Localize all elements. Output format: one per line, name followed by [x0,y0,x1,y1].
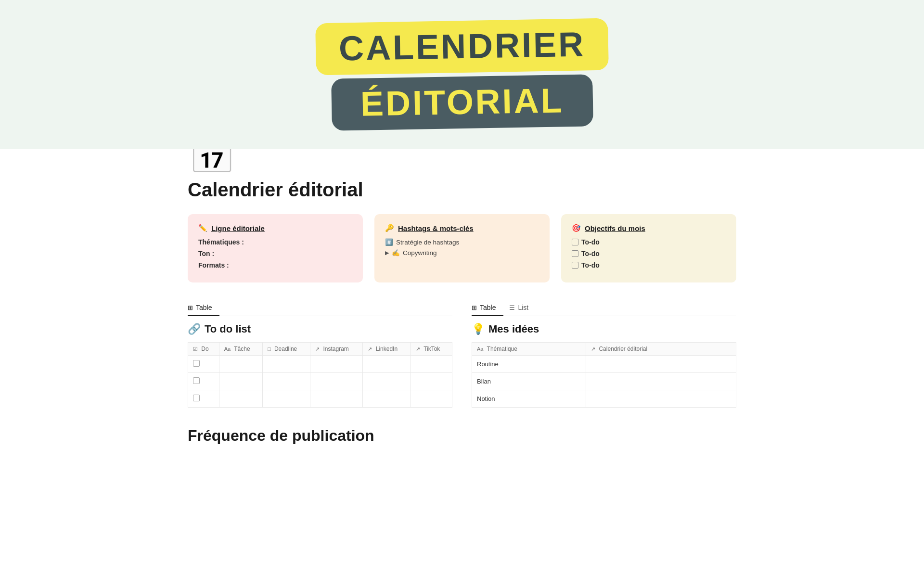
triangle-icon: ▶ [385,250,389,256]
cell-tt-1[interactable] [411,356,452,373]
card-link-1[interactable]: Ligne éditoriale [211,224,265,232]
hero-banner: CALENDRIER ÉDITORIAL [0,0,924,149]
card-item-thematiques: Thématiques : [198,238,352,246]
right-tab-bar: ⊞ Table ☰ List [472,300,736,316]
card-title-1: ✏️ Ligne éditoriale [198,224,352,232]
cell-li-3[interactable] [363,390,411,408]
checkbox-todo-1[interactable] [572,239,578,245]
cell-thematique-routine[interactable]: Routine [472,356,586,373]
cell-tt-2[interactable] [411,373,452,390]
cell-li-2[interactable] [363,373,411,390]
table-row: Routine [472,356,736,373]
cell-ig-2[interactable] [310,373,363,390]
cards-row: ✏️ Ligne éditoriale Thématiques : Ton : … [188,214,736,282]
card-sub-hashtag-strategy: #️⃣ Stratégie de hashtags [385,238,539,246]
row-checkbox-3[interactable] [193,395,200,401]
arrow-ig-icon: ↗ [315,346,320,352]
pencil-icon: ✏️ [198,224,207,232]
left-section-heading: 🔗 To do list [188,323,452,335]
bottom-heading: Fréquence de publication [188,427,736,445]
table-icon-left: ⊞ [188,304,193,311]
table-row: Bilan [472,373,736,390]
banner-bottom: ÉDITORIAL [331,74,593,130]
ideas-header-row: Aa Thématique ↗ Calendrier éditorial [472,343,736,356]
cal-th-icon: □ [268,346,271,352]
cell-tache-1[interactable] [219,356,262,373]
key-icon: 🔑 [385,224,394,232]
cell-tache-2[interactable] [219,373,262,390]
todo-table: ☑ Do Aa Tâche □ Deadline ↗ [188,342,452,408]
cell-deadline-3[interactable] [262,390,310,408]
cell-thematique-notion[interactable]: Notion [472,390,586,408]
card-todo-1: To-do [572,238,726,246]
table-icon-right: ⊞ [472,304,477,311]
hero-banner-inner: CALENDRIER ÉDITORIAL [316,21,608,128]
cell-li-1[interactable] [363,356,411,373]
card-objectifs: 🎯 Objectifs du mois To-do To-do To-do [561,214,736,282]
cell-deadline-2[interactable] [262,373,310,390]
link-icon: 🔗 [188,323,201,335]
tab-table-left[interactable]: ⊞ Table [188,300,219,316]
checkbox-todo-3[interactable] [572,262,578,269]
table-row: Notion [472,390,736,408]
text-th-icon: Aa [224,346,231,352]
col-tiktok: ↗ TikTok [411,343,452,356]
cell-tache-3[interactable] [219,390,262,408]
card-title-3: 🎯 Objectifs du mois [572,224,726,232]
card-todo-3: To-do [572,261,726,269]
card-link-2[interactable]: Hashtags & mots-clés [398,224,474,232]
arrow-li-icon: ↗ [368,346,372,352]
table-header-row: ☑ Do Aa Tâche □ Deadline ↗ [188,343,452,356]
cell-checkbox-1[interactable] [188,356,219,373]
tab-list-right[interactable]: ☰ List [509,300,536,316]
arrow-tt-icon: ↗ [416,346,420,352]
checkbox-todo-2[interactable] [572,250,578,257]
row-checkbox-1[interactable] [193,360,200,367]
col-thematique: Aa Thématique [472,343,586,356]
cell-ig-3[interactable] [310,390,363,408]
writing-icon: ✍️ [392,249,400,256]
target-icon: 🎯 [572,224,581,232]
banner-top-text: CALENDRIER [338,25,585,68]
page-content: 📅 Calendrier éditorial ✏️ Ligne éditoria… [149,135,775,474]
page-title: Calendrier éditorial [188,179,736,201]
cell-cal-routine[interactable] [586,356,736,373]
text-th-icon-right: Aa [477,346,483,352]
card-ligne-editoriale: ✏️ Ligne éditoriale Thématiques : Ton : … [188,214,363,282]
cell-cal-notion[interactable] [586,390,736,408]
cell-cal-bilan[interactable] [586,373,736,390]
cell-deadline-1[interactable] [262,356,310,373]
checkbox-th-icon: ☑ [193,346,198,352]
card-todo-2: To-do [572,250,726,257]
section-right: ⊞ Table ☰ List 💡 Mes idées Aa Thémati [472,300,736,408]
arrow-cal-icon: ↗ [591,346,595,352]
cell-checkbox-2[interactable] [188,373,219,390]
card-hashtags: 🔑 Hashtags & mots-clés #️⃣ Stratégie de … [374,214,550,282]
col-deadline: □ Deadline [262,343,310,356]
card-title-2: 🔑 Hashtags & mots-clés [385,224,539,232]
left-tab-bar: ⊞ Table [188,300,452,316]
list-icon-right: ☰ [509,304,515,311]
row-checkbox-2[interactable] [193,377,200,384]
cell-checkbox-3[interactable] [188,390,219,408]
tab-table-right[interactable]: ⊞ Table [472,300,503,316]
cell-thematique-bilan[interactable]: Bilan [472,373,586,390]
card-sub-copywriting: ▶ ✍️ Copywriting [385,249,539,256]
section-left: ⊞ Table 🔗 To do list ☑ Do Aa [188,300,452,408]
ideas-table: Aa Thématique ↗ Calendrier éditorial Rou… [472,342,736,408]
table-row [188,356,452,373]
table-row [188,390,452,408]
bulb-icon: 💡 [472,323,485,335]
section-row: ⊞ Table 🔗 To do list ☑ Do Aa [188,300,736,408]
card-link-3[interactable]: Objectifs du mois [585,224,645,232]
col-linkedin: ↗ LinkedIn [363,343,411,356]
cell-tt-3[interactable] [411,390,452,408]
card-item-formats: Formats : [198,261,352,269]
card-item-ton: Ton : [198,250,352,257]
col-instagram: ↗ Instagram [310,343,363,356]
right-section-heading: 💡 Mes idées [472,323,736,335]
table-row [188,373,452,390]
col-tache: Aa Tâche [219,343,262,356]
cell-ig-1[interactable] [310,356,363,373]
banner-top: CALENDRIER [315,18,609,76]
